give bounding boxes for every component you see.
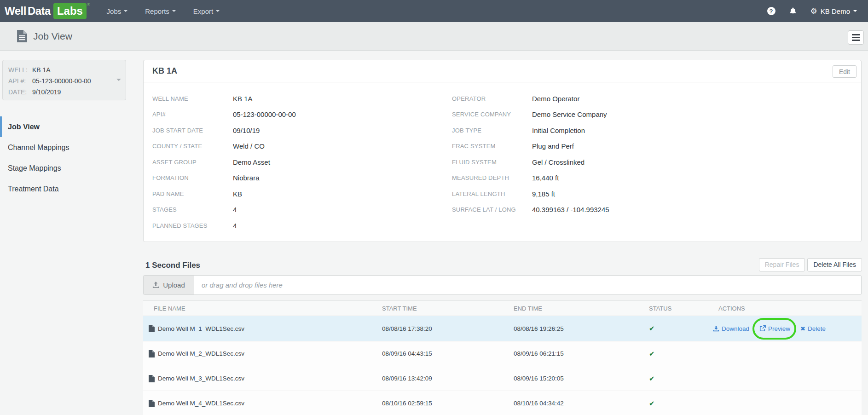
menu-jobs[interactable]: Jobs: [104, 0, 131, 22]
menu-export[interactable]: Export: [191, 0, 222, 22]
status-check-icon: ✔: [638, 350, 708, 358]
end-time: 08/10/16 04:34:42: [503, 400, 638, 407]
file-name: Demo Well M_1_WDL1Sec.csv: [158, 325, 244, 332]
field-value: 9,185 ft: [532, 190, 555, 198]
field-label: ASSET GROUP: [152, 159, 233, 166]
field-label: WELL NAME: [152, 95, 233, 102]
field-label: FLUID SYSTEM: [452, 159, 532, 166]
upload-area: Upload or drag and drop files here: [143, 275, 862, 295]
sidebar-item-treatment-data[interactable]: Treatment Data: [0, 179, 126, 199]
column-header: START TIME: [371, 305, 503, 312]
delete-link[interactable]: ✖ Delete: [800, 325, 826, 332]
field-value: Plug and Perf: [532, 142, 574, 150]
field-value: 4: [233, 222, 237, 230]
navbar-right-cluster: ? ⚙ KB Demo: [767, 7, 857, 15]
files-table-header: FILE NAME START TIME END TIME STATUS ACT…: [143, 301, 862, 316]
download-icon: [713, 325, 719, 332]
end-time: 08/08/16 19:26:25: [503, 325, 638, 332]
job-fields-left-column: WELL NAMEKB 1A API#05-123-00000-00-00 JO…: [152, 91, 452, 234]
well-info-row: WELL: KB 1A: [8, 64, 120, 75]
status-check-icon: ✔: [638, 375, 708, 383]
delete-x-icon: ✖: [800, 325, 805, 332]
field-value: KB: [233, 190, 242, 198]
file-icon: [149, 400, 155, 407]
start-time: 08/08/16 17:38:20: [371, 325, 503, 332]
brand-badge-labs: Labs: [53, 3, 87, 19]
chevron-down-icon: [853, 10, 857, 12]
well-name-title: KB 1A: [152, 66, 177, 76]
table-row[interactable]: Demo Well M_3_WDL1Sec.csv 08/09/16 13:42…: [143, 366, 862, 391]
file-icon: [149, 375, 155, 382]
field-label: LATERAL LENGTH: [452, 190, 532, 197]
field-value: Weld / CO: [233, 142, 265, 150]
user-menu[interactable]: ⚙ KB Demo: [810, 7, 857, 15]
field-value: KB 1A: [233, 95, 253, 103]
menu-reports[interactable]: Reports: [142, 0, 179, 22]
sidebar-item-stage-mappings[interactable]: Stage Mappings: [0, 158, 126, 179]
upload-icon: [152, 282, 159, 288]
field-label: PAD NAME: [152, 190, 233, 197]
files-section-header: 1 Second Files Repair Files Delete All F…: [143, 258, 862, 271]
welldatalabs-logo[interactable]: Well Data Labs ®: [5, 3, 90, 19]
sidebar-menu: Job View Channel Mappings Stage Mappings…: [0, 116, 126, 199]
job-details-panel: KB 1A Edit WELL NAMEKB 1A API#05-123-000…: [143, 60, 862, 242]
field-value: Niobrara: [233, 174, 260, 182]
field-label: MEASURED DEPTH: [452, 174, 532, 181]
brand-text-data: Data: [28, 3, 51, 19]
column-header: FILE NAME: [143, 305, 371, 312]
field-label: SERVICE COMPANY: [452, 111, 532, 118]
main-menu: Jobs Reports Export: [104, 0, 223, 22]
sidebar-item-job-view[interactable]: Job View: [0, 116, 126, 137]
upload-button[interactable]: Upload: [144, 276, 194, 294]
field-label: FRAC SYSTEM: [452, 143, 532, 150]
hamburger-menu-button[interactable]: [848, 30, 864, 45]
download-link[interactable]: Download: [713, 325, 749, 332]
well-selector[interactable]: WELL: KB 1A API #: 05-123-00000-00-00 DA…: [2, 60, 126, 100]
table-row[interactable]: Demo Well M_1_WDL1Sec.csv 08/08/16 17:38…: [143, 316, 862, 341]
table-row[interactable]: Demo Well M_4_WDL1Sec.csv 08/10/16 02:59…: [143, 391, 862, 415]
field-value: 05-123-00000-00-00: [233, 110, 296, 118]
files-table: FILE NAME START TIME END TIME STATUS ACT…: [143, 300, 862, 415]
field-value: Gel / Crosslinked: [532, 158, 584, 166]
sidebar-item-channel-mappings[interactable]: Channel Mappings: [0, 137, 126, 158]
start-time: 08/10/16 02:59:15: [371, 400, 503, 407]
help-icon[interactable]: ?: [767, 7, 775, 15]
preview-link[interactable]: Preview: [759, 325, 790, 332]
external-link-icon: [759, 325, 766, 332]
file-name: Demo Well M_2_WDL1Sec.csv: [158, 350, 244, 357]
field-label: COUNTY / STATE: [152, 143, 233, 150]
status-check-icon: ✔: [638, 324, 708, 333]
job-fields-right-column: OPERATORDemo Operator SERVICE COMPANYDem…: [452, 91, 861, 234]
edit-button[interactable]: Edit: [833, 65, 856, 78]
table-row[interactable]: Demo Well M_2_WDL1Sec.csv 08/09/16 04:43…: [143, 341, 862, 366]
column-header: STATUS: [638, 305, 708, 312]
drag-drop-zone[interactable]: or drag and drop files here: [194, 276, 861, 294]
chevron-down-icon: [124, 10, 127, 12]
job-panel-header: KB 1A Edit: [144, 60, 861, 82]
field-value: 40.399163 / -104.993245: [532, 206, 609, 213]
user-name: KB Demo: [821, 7, 850, 15]
document-icon: [17, 30, 27, 42]
field-value: 4: [233, 206, 237, 213]
notifications-bell-icon[interactable]: [789, 7, 797, 15]
delete-all-files-button[interactable]: Delete All Files: [807, 258, 862, 271]
well-info-row: API #: 05-123-00000-00-00: [8, 75, 120, 86]
well-selector-caret-icon[interactable]: [116, 79, 121, 81]
field-value: 16,440 ft: [532, 174, 559, 182]
repair-files-button[interactable]: Repair Files: [759, 258, 805, 271]
column-header: ACTIONS: [708, 305, 862, 312]
field-label: API#: [152, 111, 233, 118]
field-label: JOB TYPE: [452, 127, 532, 134]
files-header-buttons: Repair Files Delete All Files: [759, 258, 862, 271]
start-time: 08/09/16 04:43:15: [371, 350, 503, 357]
chevron-down-icon: [172, 10, 176, 12]
status-check-icon: ✔: [638, 399, 708, 408]
content-area: WELL: KB 1A API #: 05-123-00000-00-00 DA…: [0, 51, 868, 415]
well-info-row: DATE: 9/10/2019: [8, 86, 120, 98]
file-name: Demo Well M_4_WDL1Sec.csv: [158, 400, 244, 407]
file-name: Demo Well M_3_WDL1Sec.csv: [158, 375, 244, 382]
end-time: 08/09/16 15:20:05: [503, 375, 638, 382]
field-value: Demo Asset: [233, 158, 270, 166]
page-title-bar: Job View: [0, 22, 868, 51]
start-time: 08/09/16 13:42:09: [371, 375, 503, 382]
